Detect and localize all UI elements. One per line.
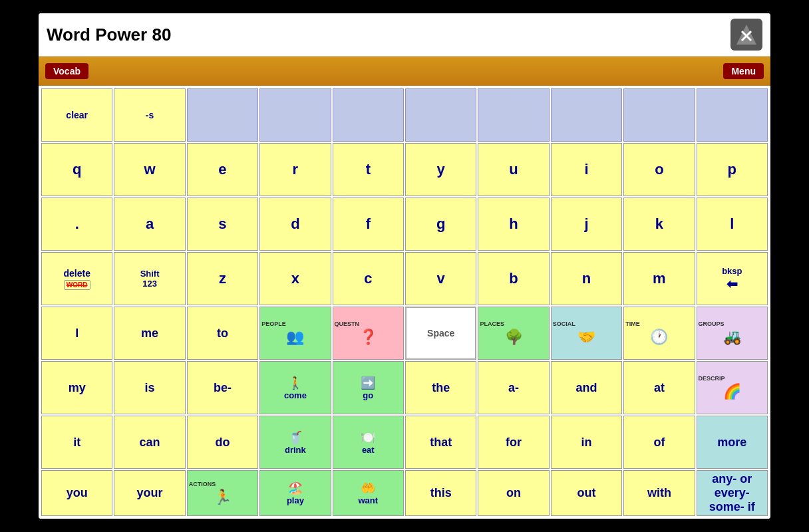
cell-r5-c4[interactable]: ➡️go [333, 361, 404, 414]
cell-r0-c9[interactable] [697, 88, 768, 142]
cell-r1-c1[interactable]: w [114, 143, 185, 196]
cell-r2-c3[interactable]: d [259, 198, 331, 251]
cell-r5-c9[interactable]: DESCRIP🌈 [697, 361, 768, 414]
cell-r4-c1[interactable]: me [114, 307, 185, 360]
cell-r2-c6[interactable]: h [478, 198, 549, 251]
cell-r3-c3[interactable]: x [259, 252, 331, 305]
cell-r0-c3[interactable] [259, 88, 331, 142]
cell-r2-c4[interactable]: f [333, 198, 404, 251]
cell-r6-c7[interactable]: in [551, 416, 622, 469]
cell-r7-c5[interactable]: this [405, 470, 476, 516]
cell-r3-c9[interactable]: bksp⬅ [697, 252, 768, 305]
cell-r2-c5[interactable]: g [405, 198, 476, 251]
cell-r4-c9[interactable]: GROUPS🚜 [697, 307, 768, 360]
cell-r4-c6[interactable]: PLACES🌳 [478, 307, 549, 360]
cell-r7-c9[interactable]: any- orevery-some- if [697, 470, 768, 516]
cell-r2-c2[interactable]: s [187, 198, 258, 251]
cell-r4-c5[interactable]: Space [405, 307, 476, 360]
cell-r4-c2[interactable]: to [187, 307, 258, 360]
cell-r1-c8[interactable]: o [623, 143, 695, 196]
cell-r0-c6[interactable] [478, 88, 549, 142]
cell-r0-c8[interactable] [623, 88, 695, 142]
cell-r5-c1[interactable]: is [114, 361, 185, 414]
cell-r4-c3[interactable]: PEOPLE👥 [259, 307, 331, 360]
cell-r0-c2[interactable] [187, 88, 258, 142]
cell-r7-c3[interactable]: 🏖️play [259, 470, 331, 516]
cell-r7-c0[interactable]: you [41, 470, 112, 516]
app-title: Word Power 80 [47, 25, 171, 45]
cell-r6-c1[interactable]: can [114, 416, 185, 469]
cell-r7-c8[interactable]: with [623, 470, 695, 516]
cell-r6-c8[interactable]: of [623, 416, 695, 469]
cell-r0-c1[interactable]: -s [114, 88, 185, 142]
keyboard-area: clear-sqwertyuiop.asdfghjkldeleteWORDShi… [39, 86, 770, 519]
cell-r5-c7[interactable]: and [551, 361, 622, 414]
title-bar: Word Power 80 [39, 13, 770, 57]
cell-r0-c7[interactable] [551, 88, 622, 142]
menu-button[interactable]: Menu [723, 63, 764, 79]
vocab-button[interactable]: Vocab [45, 63, 88, 79]
cell-r1-c7[interactable]: i [551, 143, 622, 196]
cell-r6-c2[interactable]: do [187, 416, 258, 469]
cell-r6-c4[interactable]: 🍽️eat [333, 416, 404, 469]
cell-r6-c9[interactable]: more [697, 416, 768, 469]
app-container: Word Power 80 Vocab Menu clear-sqwertyui… [39, 13, 770, 519]
cell-r2-c7[interactable]: j [551, 198, 622, 251]
cell-r5-c5[interactable]: the [405, 361, 476, 414]
cell-r7-c7[interactable]: out [551, 470, 622, 516]
cell-r6-c3[interactable]: 🥤drink [259, 416, 331, 469]
cell-r5-c6[interactable]: a- [478, 361, 549, 414]
cell-r4-c0[interactable]: I [41, 307, 112, 360]
close-button[interactable] [730, 19, 762, 51]
cell-r1-c5[interactable]: y [405, 143, 476, 196]
cell-r5-c0[interactable]: my [41, 361, 112, 414]
cell-r0-c0[interactable]: clear [41, 88, 112, 142]
cell-r2-c8[interactable]: k [623, 198, 695, 251]
cell-r1-c6[interactable]: u [478, 143, 549, 196]
cell-r7-c6[interactable]: on [478, 470, 549, 516]
cell-r3-c6[interactable]: b [478, 252, 549, 305]
cell-r7-c2[interactable]: ACTIONS🏃 [187, 470, 258, 516]
cell-r3-c5[interactable]: v [405, 252, 476, 305]
cell-r6-c5[interactable]: that [405, 416, 476, 469]
toolbar: Vocab Menu [39, 57, 770, 86]
keyboard-grid: clear-sqwertyuiop.asdfghjkldeleteWORDShi… [41, 88, 768, 516]
cell-r3-c0[interactable]: deleteWORD [41, 252, 112, 305]
cell-r2-c9[interactable]: l [697, 198, 768, 251]
cell-r2-c1[interactable]: a [114, 198, 185, 251]
cell-r1-c9[interactable]: p [697, 143, 768, 196]
cell-r6-c0[interactable]: it [41, 416, 112, 469]
cell-r5-c3[interactable]: 🚶come [259, 361, 331, 414]
cell-r1-c3[interactable]: r [259, 143, 331, 196]
cell-r3-c7[interactable]: n [551, 252, 622, 305]
cell-r3-c2[interactable]: z [187, 252, 258, 305]
cell-r3-c1[interactable]: Shift 123 [114, 252, 185, 305]
cell-r5-c2[interactable]: be- [187, 361, 258, 414]
cell-r3-c8[interactable]: m [623, 252, 695, 305]
cell-r4-c7[interactable]: SOCIAL🤝 [551, 307, 622, 360]
cell-r1-c2[interactable]: e [187, 143, 258, 196]
cell-r1-c4[interactable]: t [333, 143, 404, 196]
cell-r0-c4[interactable] [333, 88, 404, 142]
cell-r1-c0[interactable]: q [41, 143, 112, 196]
cell-r7-c4[interactable]: 🤲want [333, 470, 404, 516]
cell-r3-c4[interactable]: c [333, 252, 404, 305]
cell-r0-c5[interactable] [405, 88, 476, 142]
cell-r4-c4[interactable]: QUESTN❓ [333, 307, 404, 360]
cell-r4-c8[interactable]: TIME🕐 [623, 307, 695, 360]
cell-r5-c8[interactable]: at [623, 361, 695, 414]
cell-r7-c1[interactable]: your [114, 470, 185, 516]
cell-r2-c0[interactable]: . [41, 198, 112, 251]
cell-r6-c6[interactable]: for [478, 416, 549, 469]
